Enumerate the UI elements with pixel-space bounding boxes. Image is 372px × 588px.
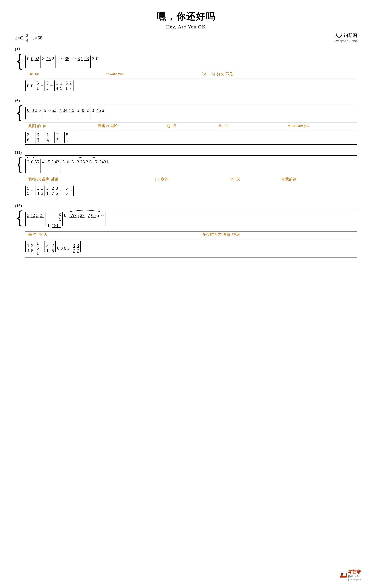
t4-bl-3 [68,212,68,226]
b3-dash5: − [70,188,72,194]
logo-name: 琴芸谱 简谱大全 jianpudq.com [348,569,362,581]
logo-brand: 琴芸谱 简谱大全 jianpudq.com [339,569,362,581]
brace-4: { [15,209,24,258]
t2-5-053: 5 0 53 [44,107,56,114]
section-4: (16) { 3 42 3 21 53 [15,203,357,258]
lyrics-4: 每 个 明 天 多少时间才 叫做 很远 [25,231,357,238]
key-signature: 1=C [15,35,23,41]
note-0-m5: 0 [96,55,98,62]
t2-0dot336: 0· 3 3 6 [27,107,41,114]
lyric-whereareyou: where are you [288,123,357,128]
bass-bl-2 [44,81,45,91]
b4-25-2: 2 5̣ [52,243,54,253]
treble-staff-4: 3 42 3 21 53 1 1514 0 [25,209,357,231]
source1: 人人钢琴网 [334,32,357,39]
b3-55: 5 5̣ [27,186,29,196]
t3-2: 2 [27,159,29,165]
lyric-shuoyi: 说一 句 好久 不见 [202,72,318,77]
t4-765-50: 7 65 5 0 [88,212,104,219]
t3-start-bl [25,159,26,173]
source2: EveryonePiano [334,39,357,43]
bass-14-15: 1 4̣ [56,81,58,91]
brace-3: { [15,155,24,198]
bass-51: 5 1̣ [36,81,39,91]
b4-dash1: − [41,245,43,252]
b2-14: 1 4̣ [47,132,49,142]
bass-15: 1 5̣ [60,81,62,91]
b2-start-bl [25,132,26,143]
b3-end-bl [73,186,74,196]
bass-27: 2 7̣ [70,81,72,91]
b2-dash5: − [70,134,73,141]
b3-bl-4 [64,186,64,196]
t4-bl-2 [62,212,63,226]
main-title: 嘿，你还好吗 [15,10,357,23]
start-barline [25,55,26,68]
staves-3: 2 0 35 4· 5 5 43 3 0· 3 [25,155,357,198]
t4-3423-21: 3 42 3 21 [27,212,44,219]
section-2: (6) { 0· 3 3 6 5 0 53 [15,98,357,145]
bass-dash-1: − [41,83,43,89]
logo-site-text: jianpudq.com [348,578,362,581]
bass-staff-4: 1 4̣ 2 5̣ 1 [25,239,357,258]
t4-0: 0 [64,212,66,219]
lyric-17sui: 1 7 岁的 [155,177,231,182]
note-0-m1: 0 [27,55,29,62]
t3-035: 0 35 [31,159,39,165]
b4-151: 1 5 1̣ [36,241,39,256]
barline-3 [71,55,71,68]
b2-51: 5 1̣ [66,132,68,142]
b3-33: 3 3̣ [65,186,68,196]
barline-4 [90,55,91,68]
b3-27: 2 7̣ [52,186,54,196]
t3-bl-2 [61,159,61,173]
time-signature: 2 4 [26,33,28,42]
section-label-4: (16) [15,203,357,208]
b4-37-37: 3 7̣ 3 7̣ [73,243,79,253]
lyric-hello: He- llo [28,72,106,77]
bass-staff-2: 3 6̣ − 3 3̣ − [25,130,357,145]
bass-0-m2: 0 [31,83,33,89]
title-section: 嘿，你还好吗 Hey, Are You OK [15,10,357,30]
t4-bl-4 [86,212,86,226]
note-002: 0 02 [31,55,39,62]
section-label-2: (6) [15,98,357,103]
staves-2: 0· 3 3 6 5 0 53 4 34 4 5 2 [25,104,357,145]
brace-2: { [15,104,24,145]
barline-1 [41,55,41,68]
bass-end-bl-1 [73,81,73,91]
t4-1-1514: 53 1 1514 [47,212,61,229]
lyric-end [318,72,357,77]
t2-4-34-45: 4 34 4 5 [60,107,74,114]
b3-start-bl [25,186,26,196]
b2-bl-1 [35,132,35,143]
svg-rect-3 [343,573,344,576]
t2-end-bl [106,107,106,119]
lyric-benpao: 奔跑 在 哪个 [98,123,167,128]
lyric-hello2: He- llo [219,123,288,128]
section-3: (11) { 2 0 35 [15,150,357,198]
bass-staff-1: 0 0 5 1̣ − [25,79,357,93]
lyric-spacer [183,72,203,77]
section-label-3: (11) [15,150,357,155]
b4-start-bl [25,241,26,252]
note-3-m2: 3 [42,55,44,62]
b2-36: 3 6̣ [27,132,29,142]
b3-bl-3 [50,186,50,196]
svg-rect-9 [346,573,346,575]
note-2-m3: 2 [57,55,60,62]
lyric-daiwoqianwang: 带我前往 [281,177,357,182]
barline-2 [55,55,56,68]
staves-1: 0 0 02 3 45 2 [25,52,357,93]
b4-bl-5 [71,241,71,252]
t3-bl-3 [75,159,75,173]
note-3-m5: 3 [92,55,94,62]
t3-3-0dot3: 3 0· 3 [62,159,74,165]
b4-51-2: 5 1̣ [46,243,49,253]
b4-bl-1 [35,241,35,252]
bass-51-end: 5 1̣ [65,81,68,91]
treble-staff-2: 0· 3 3 6 5 0 53 4 34 4 5 2 [25,104,357,123]
b4-bl-4 [55,241,56,252]
section-label-1: (1) [15,47,357,51]
lyric-spacer3 [130,177,155,182]
